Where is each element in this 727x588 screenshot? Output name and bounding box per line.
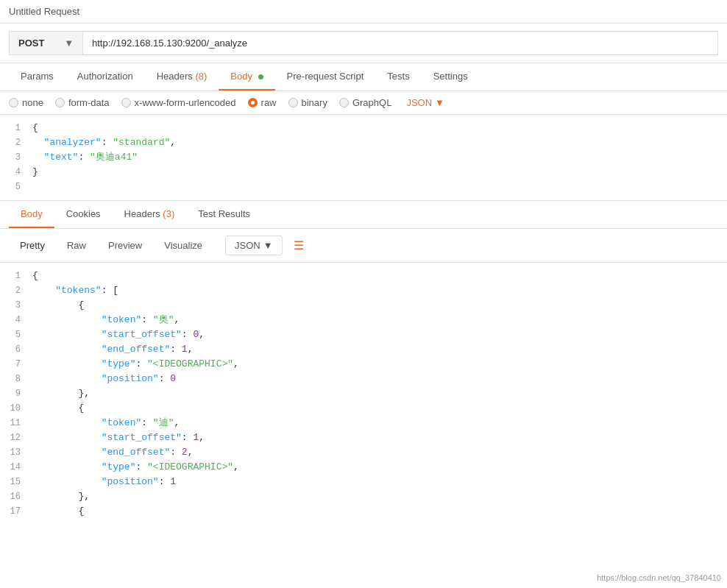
response-tab-body[interactable]: Body xyxy=(9,201,54,228)
res-line-4: 4 "token": "奥", xyxy=(0,313,727,327)
res-line-10: 10 { xyxy=(0,401,727,416)
radio-graphql[interactable]: GraphQL xyxy=(339,97,391,108)
res-line-2: 2 "tokens": [ xyxy=(0,283,727,298)
radio-raw[interactable]: raw xyxy=(248,97,277,108)
res-line-6: 6 "end_offset": 1, xyxy=(0,342,727,357)
response-format-dropdown[interactable]: JSON ▼ xyxy=(225,235,283,255)
format-visualize[interactable]: Visualize xyxy=(153,235,213,256)
method-select[interactable]: POST ▼ xyxy=(9,31,82,55)
title-bar: Untitled Request xyxy=(0,0,727,24)
response-format-chevron-icon: ▼ xyxy=(263,240,273,251)
req-line-1: 1 { xyxy=(0,121,727,135)
tab-headers[interactable]: Headers (8) xyxy=(145,63,219,91)
response-tab-cookies[interactable]: Cookies xyxy=(54,201,113,228)
tab-pre-request[interactable]: Pre-request Script xyxy=(275,63,376,91)
radio-binary[interactable]: binary xyxy=(288,97,327,108)
res-line-9: 9 }, xyxy=(0,386,727,401)
req-line-3: 3 "text": "奥迪a41" xyxy=(0,150,727,165)
radio-none[interactable]: none xyxy=(9,97,43,108)
req-line-5: 5 xyxy=(0,180,727,194)
tab-authorization[interactable]: Authorization xyxy=(65,63,145,91)
format-pretty[interactable]: Pretty xyxy=(9,235,56,256)
radio-urlencoded[interactable]: x-www-form-urlencoded xyxy=(121,97,236,108)
res-line-1: 1 { xyxy=(0,269,727,283)
response-format-bar: Pretty Raw Preview Visualize JSON ▼ ☰ xyxy=(0,229,727,263)
json-dropdown-chevron-icon: ▼ xyxy=(435,97,444,108)
res-line-14: 14 "type": "<IDEOGRAPHIC>", xyxy=(0,460,727,475)
tab-settings[interactable]: Settings xyxy=(422,63,480,91)
json-format-dropdown[interactable]: JSON ▼ xyxy=(406,97,444,108)
res-line-5: 5 "start_offset": 0, xyxy=(0,327,727,342)
response-body: 1 { 2 "tokens": [ 3 { 4 "token": "奥", 5 … xyxy=(0,263,727,525)
body-type-bar: none form-data x-www-form-urlencoded raw… xyxy=(0,91,727,115)
response-tabs: Body Cookies Headers (3) Test Results xyxy=(0,201,727,229)
res-line-3: 3 { xyxy=(0,298,727,313)
tab-params[interactable]: Params xyxy=(9,63,65,91)
response-tab-headers[interactable]: Headers (3) xyxy=(113,201,187,228)
url-input[interactable] xyxy=(82,31,718,55)
request-tabs: Params Authorization Headers (8) Body Pr… xyxy=(0,63,727,91)
wrap-text-button[interactable]: ☰ xyxy=(288,235,309,256)
method-chevron-icon: ▼ xyxy=(64,38,74,49)
req-line-4: 4 } xyxy=(0,165,727,180)
tab-body[interactable]: Body xyxy=(219,63,274,91)
request-body-editor[interactable]: 1 { 2 "analyzer": "standard", 3 "text": … xyxy=(0,115,727,201)
url-bar: POST ▼ xyxy=(0,24,727,63)
req-line-2: 2 "analyzer": "standard", xyxy=(0,135,727,150)
radio-form-data[interactable]: form-data xyxy=(55,97,110,108)
format-raw[interactable]: Raw xyxy=(56,235,97,256)
body-dot-indicator xyxy=(258,74,263,79)
response-tab-test-results[interactable]: Test Results xyxy=(186,201,262,228)
res-line-7: 7 "type": "<IDEOGRAPHIC>", xyxy=(0,357,727,372)
format-preview[interactable]: Preview xyxy=(97,235,153,256)
method-label: POST xyxy=(18,38,44,49)
res-line-17: 17 { xyxy=(0,504,727,519)
res-line-11: 11 "token": "迪", xyxy=(0,416,727,431)
res-line-16: 16 }, xyxy=(0,489,727,504)
res-line-15: 15 "position": 1 xyxy=(0,475,727,489)
res-line-8: 8 "position": 0 xyxy=(0,372,727,386)
res-line-12: 12 "start_offset": 1, xyxy=(0,431,727,445)
res-line-13: 13 "end_offset": 2, xyxy=(0,445,727,460)
tab-tests[interactable]: Tests xyxy=(375,63,421,91)
